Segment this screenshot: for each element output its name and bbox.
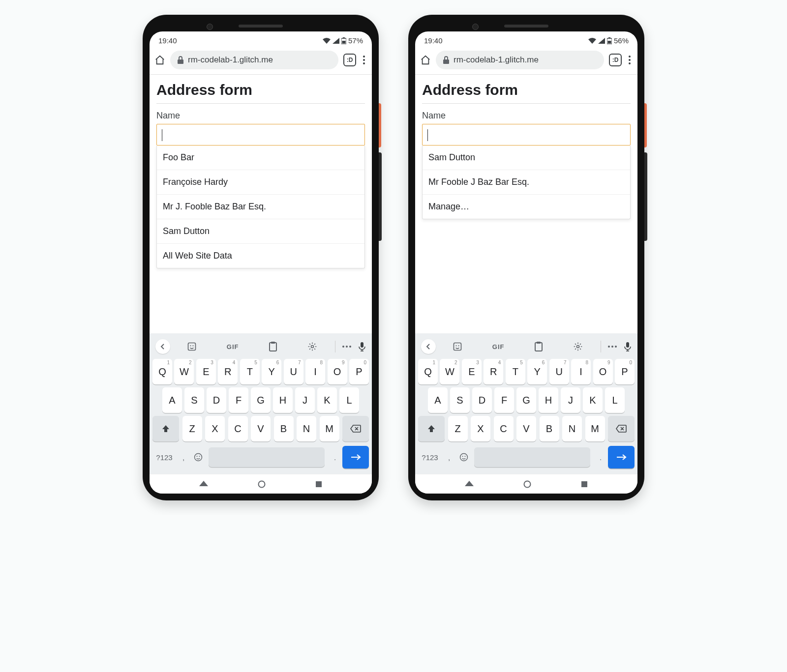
key-emoji[interactable]	[456, 444, 471, 470]
key-backspace[interactable]	[342, 416, 369, 441]
settings-icon[interactable]	[573, 342, 583, 351]
suggestion-item[interactable]: All Web Site Data	[157, 243, 364, 268]
key-n[interactable]: N	[562, 416, 582, 441]
key-comma[interactable]: ,	[442, 444, 456, 470]
name-input[interactable]	[422, 124, 631, 146]
key-space[interactable]	[209, 447, 325, 467]
key-y[interactable]: 6Y	[527, 359, 547, 384]
key-p[interactable]: 0P	[349, 359, 369, 384]
key-a[interactable]: A	[162, 387, 182, 413]
key-o[interactable]: 9O	[593, 359, 613, 384]
clipboard-icon[interactable]	[269, 342, 277, 351]
key-s[interactable]: S	[184, 387, 204, 413]
key-v[interactable]: V	[516, 416, 536, 441]
sticker-icon[interactable]	[187, 342, 197, 351]
key-d[interactable]: D	[207, 387, 226, 413]
nav-home-icon[interactable]	[258, 480, 266, 488]
nav-back-icon[interactable]	[199, 481, 208, 488]
key-enter[interactable]	[342, 446, 369, 468]
key-r[interactable]: 4R	[484, 359, 503, 384]
collapse-icon[interactable]	[155, 339, 170, 354]
clipboard-icon[interactable]	[534, 342, 543, 351]
key-p[interactable]: 0P	[615, 359, 635, 384]
nav-recent-icon[interactable]	[581, 481, 588, 488]
key-t[interactable]: 5T	[506, 359, 525, 384]
key-g[interactable]: G	[516, 387, 536, 413]
key-b[interactable]: B	[540, 416, 559, 441]
key-j[interactable]: J	[295, 387, 315, 413]
suggestion-item[interactable]: Françoise Hardy	[157, 170, 364, 194]
key-period[interactable]: .	[593, 444, 608, 470]
key-symbols[interactable]: ?123	[152, 444, 176, 470]
key-q[interactable]: 1Q	[418, 359, 438, 384]
key-k[interactable]: K	[317, 387, 337, 413]
suggestion-item[interactable]: Mr J. Fooble Baz Bar Esq.	[157, 194, 364, 219]
suggestion-item[interactable]: Manage…	[423, 194, 630, 219]
gif-icon[interactable]: GIF	[492, 343, 505, 351]
settings-icon[interactable]	[307, 342, 317, 351]
key-c[interactable]: C	[228, 416, 248, 441]
key-a[interactable]: A	[428, 387, 448, 413]
suggestion-item[interactable]: Mr Fooble J Baz Bar Esq.	[423, 170, 630, 194]
key-x[interactable]: X	[471, 416, 490, 441]
key-s[interactable]: S	[450, 387, 470, 413]
key-t[interactable]: 5T	[240, 359, 260, 384]
key-m[interactable]: M	[320, 416, 339, 441]
sticker-icon[interactable]	[453, 342, 462, 351]
key-c[interactable]: C	[494, 416, 514, 441]
key-shift[interactable]	[418, 416, 445, 441]
url-bar[interactable]: rm-codelab-1.glitch.me	[170, 51, 338, 69]
more-icon[interactable]	[604, 346, 621, 348]
nav-recent-icon[interactable]	[315, 481, 322, 488]
key-d[interactable]: D	[472, 387, 492, 413]
key-emoji[interactable]	[191, 444, 206, 470]
nav-home-icon[interactable]	[523, 480, 531, 488]
key-comma[interactable]: ,	[176, 444, 191, 470]
key-symbols[interactable]: ?123	[418, 444, 442, 470]
key-h[interactable]: H	[539, 387, 558, 413]
key-enter[interactable]	[608, 446, 635, 468]
name-input[interactable]	[156, 124, 365, 146]
key-q[interactable]: 1Q	[152, 359, 172, 384]
key-l[interactable]: L	[339, 387, 359, 413]
key-r[interactable]: 4R	[218, 359, 238, 384]
key-z[interactable]: Z	[448, 416, 468, 441]
key-h[interactable]: H	[273, 387, 293, 413]
key-period[interactable]: .	[328, 444, 342, 470]
tabs-button[interactable]: :D	[609, 54, 622, 66]
key-n[interactable]: N	[297, 416, 316, 441]
suggestion-item[interactable]: Sam Dutton	[157, 219, 364, 243]
suggestion-item[interactable]: Sam Dutton	[423, 146, 630, 170]
key-e[interactable]: 3E	[196, 359, 216, 384]
key-i[interactable]: 8I	[571, 359, 591, 384]
key-k[interactable]: K	[583, 387, 603, 413]
key-b[interactable]: B	[274, 416, 294, 441]
key-i[interactable]: 8I	[305, 359, 325, 384]
tabs-button[interactable]: :D	[343, 54, 356, 66]
key-z[interactable]: Z	[182, 416, 202, 441]
mic-icon[interactable]	[624, 342, 632, 351]
more-icon[interactable]	[338, 346, 355, 348]
key-e[interactable]: 3E	[462, 359, 482, 384]
key-o[interactable]: 9O	[328, 359, 347, 384]
menu-icon[interactable]	[627, 56, 633, 64]
key-v[interactable]: V	[251, 416, 271, 441]
key-f[interactable]: F	[229, 387, 248, 413]
key-x[interactable]: X	[205, 416, 225, 441]
suggestion-item[interactable]: Foo Bar	[157, 146, 364, 170]
key-l[interactable]: L	[605, 387, 625, 413]
key-j[interactable]: J	[561, 387, 580, 413]
key-g[interactable]: G	[251, 387, 271, 413]
mic-icon[interactable]	[358, 342, 366, 351]
nav-back-icon[interactable]	[465, 481, 474, 488]
url-bar[interactable]: rm-codelab-1.glitch.me	[436, 51, 604, 69]
home-icon[interactable]	[154, 55, 165, 65]
key-u[interactable]: 7U	[549, 359, 569, 384]
key-y[interactable]: 6Y	[262, 359, 281, 384]
key-w[interactable]: 2W	[174, 359, 194, 384]
key-space[interactable]	[474, 447, 590, 467]
key-w[interactable]: 2W	[440, 359, 459, 384]
key-shift[interactable]	[152, 416, 179, 441]
menu-icon[interactable]	[361, 56, 367, 64]
key-backspace[interactable]	[608, 416, 635, 441]
